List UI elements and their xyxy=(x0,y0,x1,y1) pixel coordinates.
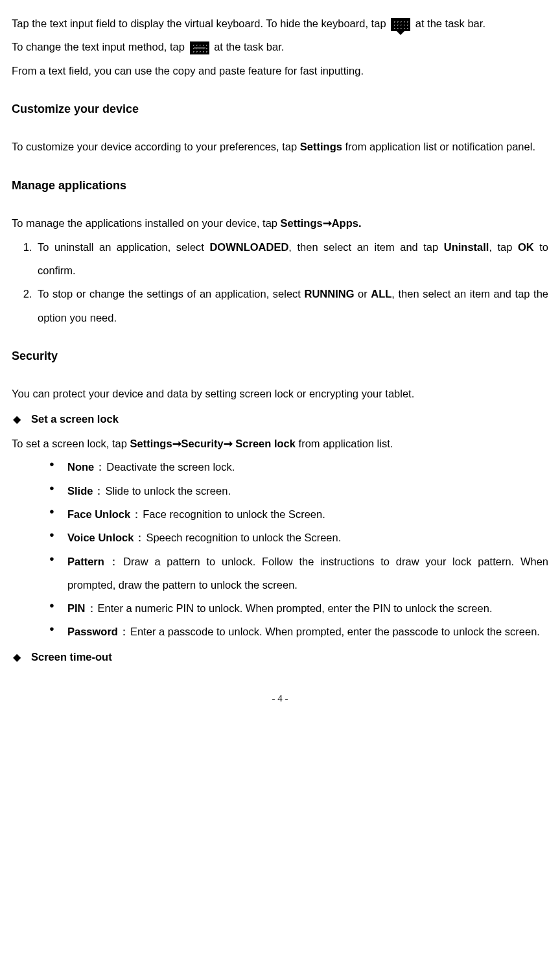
list-item: Voice Unlock：Speech recognition to unloc… xyxy=(67,526,548,549)
screen-lock-options: None：Deactivate the screen lock. Slide：S… xyxy=(12,455,548,643)
heading-customize: Customize your device xyxy=(12,97,548,123)
text: To customize your device according to yo… xyxy=(12,141,300,152)
text: To uninstall an application, select xyxy=(38,241,209,253)
option-none: None xyxy=(67,461,94,473)
text: To stop or change the settings of an app… xyxy=(38,288,304,300)
list-item: Face Unlock：Face recognition to unlock t… xyxy=(67,502,548,526)
downloaded-label: DOWNLOADED xyxy=(209,241,288,253)
text: , tap xyxy=(489,241,518,253)
text: Draw a pattern to unlock. Follow the ins… xyxy=(67,556,548,591)
paragraph-manage-intro: To manage the applications installed on … xyxy=(12,211,548,235)
list-item: PIN：Enter a numeric PIN to unlock. When … xyxy=(67,596,548,620)
keyboard-hide-icon xyxy=(391,18,410,31)
subheading-set-screen-lock: ◆ Set a screen lock xyxy=(12,407,548,430)
text: from application list. xyxy=(296,438,393,449)
text: from application list or notification pa… xyxy=(342,141,535,152)
option-pin: PIN xyxy=(67,602,86,614)
colon: ： xyxy=(131,508,142,520)
settings-label: Settings xyxy=(130,438,172,449)
paragraph-customize: To customize your device according to yo… xyxy=(12,135,548,158)
page-number: - 4 - xyxy=(12,688,548,709)
arrow-icon: ➞ xyxy=(224,438,233,449)
option-voice-unlock: Voice Unlock xyxy=(67,532,134,543)
ok-label: OK xyxy=(518,241,534,253)
colon: ： xyxy=(105,556,122,567)
text: To change the text input method, tap xyxy=(12,41,188,53)
arrow-icon: ➞ xyxy=(172,438,181,449)
text: To manage the applications installed on … xyxy=(12,217,281,229)
text: at the task bar. xyxy=(214,41,284,53)
settings-label: Settings xyxy=(281,217,323,229)
colon: ： xyxy=(134,532,145,543)
text: at the task bar. xyxy=(415,18,485,29)
list-item: None：Deactivate the screen lock. xyxy=(67,455,548,478)
arrow-icon: ➞ xyxy=(323,217,332,229)
list-item: To stop or change the settings of an app… xyxy=(35,282,548,329)
list-item: Slide：Slide to unlock the screen. xyxy=(67,479,548,502)
screen-timeout-label: Screen time-out xyxy=(31,645,112,668)
manage-list: To uninstall an application, select DOWN… xyxy=(12,235,548,329)
colon: ： xyxy=(86,602,97,614)
list-item: Pattern：Draw a pattern to unlock. Follow… xyxy=(67,550,548,597)
list-item: Password：Enter a passcode to unlock. Whe… xyxy=(67,620,548,643)
colon: ： xyxy=(95,461,106,473)
diamond-icon: ◆ xyxy=(13,408,21,430)
heading-security: Security xyxy=(12,344,548,370)
text: Enter a passcode to unlock. When prompte… xyxy=(130,626,540,637)
text: Slide to unlock the screen. xyxy=(105,485,231,497)
all-label: ALL xyxy=(371,288,391,300)
text: Deactivate the screen lock. xyxy=(106,461,235,473)
option-face-unlock: Face Unlock xyxy=(67,508,130,520)
option-slide: Slide xyxy=(67,485,93,497)
uninstall-label: Uninstall xyxy=(444,241,489,253)
paragraph-security-intro: You can protect your device and data by … xyxy=(12,382,548,405)
set-screen-lock-label: Set a screen lock xyxy=(31,407,119,430)
security-label: Security xyxy=(181,438,224,449)
heading-manage-apps: Manage applications xyxy=(12,173,548,199)
paragraph-keyboard-hide: Tap the text input field to display the … xyxy=(12,12,548,35)
colon: ： xyxy=(119,626,130,637)
option-pattern: Pattern xyxy=(67,556,104,567)
screen-lock-label: Screen lock xyxy=(233,438,296,449)
list-item: To uninstall an application, select DOWN… xyxy=(35,235,548,283)
running-label: RUNNING xyxy=(304,288,354,300)
keyboard-language-icon xyxy=(190,41,209,54)
paragraph-input-method: To change the text input method, tap at … xyxy=(12,35,548,58)
settings-label: Settings xyxy=(300,141,342,152)
apps-label: Apps. xyxy=(332,217,362,229)
paragraph-copy-paste: From a text field, you can use the copy … xyxy=(12,59,548,82)
paragraph-set-screen-lock: To set a screen lock, tap Settings➞Secur… xyxy=(12,432,548,455)
text: Speech recognition to unlock the Screen. xyxy=(146,532,341,543)
text: , then select an item and tap xyxy=(288,241,443,253)
subheading-screen-timeout: ◆ Screen time-out xyxy=(12,645,548,668)
text: Enter a numeric PIN to unlock. When prom… xyxy=(98,602,493,614)
text: To set a screen lock, tap xyxy=(12,438,130,449)
colon: ： xyxy=(93,485,104,497)
diamond-icon: ◆ xyxy=(13,646,21,668)
option-password: Password xyxy=(67,626,118,637)
text: or xyxy=(354,288,371,300)
text: Face recognition to unlock the Screen. xyxy=(143,508,325,520)
text: Tap the text input field to display the … xyxy=(12,18,389,29)
